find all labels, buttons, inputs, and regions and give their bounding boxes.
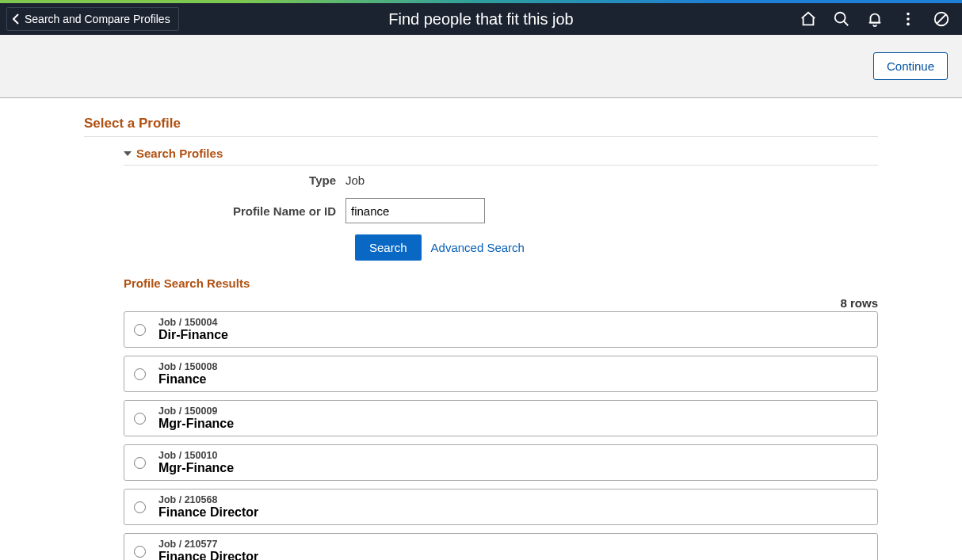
result-row[interactable]: Job / 210568Finance Director <box>124 489 878 525</box>
action-bar: Continue <box>0 35 962 98</box>
results-title: Profile Search Results <box>124 276 878 290</box>
search-profiles-header-label: Search Profiles <box>136 147 223 160</box>
svg-point-2 <box>907 13 910 16</box>
back-label: Search and Compare Profiles <box>25 13 170 25</box>
type-value: Job <box>345 173 365 187</box>
result-name: Finance <box>158 372 217 387</box>
result-row[interactable]: Job / 150008Finance <box>124 356 878 392</box>
search-profiles-header[interactable]: Search Profiles <box>124 147 878 166</box>
home-icon[interactable] <box>799 10 818 29</box>
bell-icon[interactable] <box>865 10 884 29</box>
compass-icon[interactable] <box>932 10 951 29</box>
result-text: Job / 210577Finance Director <box>158 539 258 560</box>
profile-name-row: Profile Name or ID <box>124 198 878 223</box>
kebab-menu-icon[interactable] <box>899 10 918 29</box>
result-row[interactable]: Job / 150004Dir-Finance <box>124 311 878 348</box>
svg-point-4 <box>907 23 910 26</box>
result-name: Dir-Finance <box>158 328 228 342</box>
continue-button[interactable]: Continue <box>873 52 948 80</box>
type-label: Type <box>124 173 345 187</box>
result-text: Job / 150004Dir-Finance <box>158 317 228 342</box>
result-id-line: Job / 150010 <box>158 450 234 461</box>
result-radio[interactable] <box>134 368 146 380</box>
result-radio[interactable] <box>134 457 146 469</box>
profile-name-label: Profile Name or ID <box>124 204 345 218</box>
back-button[interactable]: Search and Compare Profiles <box>6 7 179 31</box>
page-title: Find people that fit this job <box>388 10 573 29</box>
result-id-line: Job / 150009 <box>158 406 234 417</box>
result-text: Job / 150009Mgr-Finance <box>158 406 234 431</box>
search-profiles-section: Search Profiles Type Job Profile Name or… <box>124 147 878 560</box>
results-wrap: 8 rows Job / 150004Dir-FinanceJob / 1500… <box>124 296 878 560</box>
select-profile-title: Select a Profile <box>84 116 878 137</box>
result-radio[interactable] <box>134 413 146 425</box>
result-name: Finance Director <box>158 550 258 560</box>
topbar: Search and Compare Profiles Find people … <box>0 3 962 35</box>
result-id-line: Job / 150004 <box>158 317 228 328</box>
svg-line-6 <box>937 15 946 24</box>
result-row[interactable]: Job / 150010Mgr-Finance <box>124 444 878 481</box>
search-button-row: Search Advanced Search <box>355 234 878 261</box>
result-row[interactable]: Job / 210577Finance Director <box>124 533 878 560</box>
result-radio[interactable] <box>134 546 146 558</box>
chevron-left-icon <box>12 13 20 25</box>
result-text: Job / 150008Finance <box>158 361 217 387</box>
search-button[interactable]: Search <box>355 234 422 261</box>
result-text: Job / 150010Mgr-Finance <box>158 450 234 475</box>
result-radio[interactable] <box>134 501 146 513</box>
svg-line-1 <box>844 21 849 26</box>
results-scroll[interactable]: Job / 150004Dir-FinanceJob / 150008Finan… <box>124 311 878 560</box>
profile-name-input[interactable] <box>345 198 485 223</box>
chevron-down-icon <box>124 151 132 156</box>
search-icon[interactable] <box>832 10 851 29</box>
rows-count: 8 rows <box>124 296 878 310</box>
result-id-line: Job / 210568 <box>158 494 258 505</box>
result-name: Mgr-Finance <box>158 461 234 475</box>
result-name: Finance Director <box>158 505 258 520</box>
content: Select a Profile Search Profiles Type Jo… <box>0 98 962 560</box>
result-id-line: Job / 210577 <box>158 539 258 550</box>
topbar-icons <box>799 10 951 29</box>
advanced-search-link[interactable]: Advanced Search <box>431 241 525 254</box>
svg-point-3 <box>907 17 910 21</box>
result-name: Mgr-Finance <box>158 417 234 431</box>
result-radio[interactable] <box>134 324 146 336</box>
result-row[interactable]: Job / 150009Mgr-Finance <box>124 400 878 436</box>
svg-point-0 <box>835 13 846 23</box>
type-row: Type Job <box>124 173 878 187</box>
result-id-line: Job / 150008 <box>158 361 217 372</box>
result-text: Job / 210568Finance Director <box>158 494 258 520</box>
